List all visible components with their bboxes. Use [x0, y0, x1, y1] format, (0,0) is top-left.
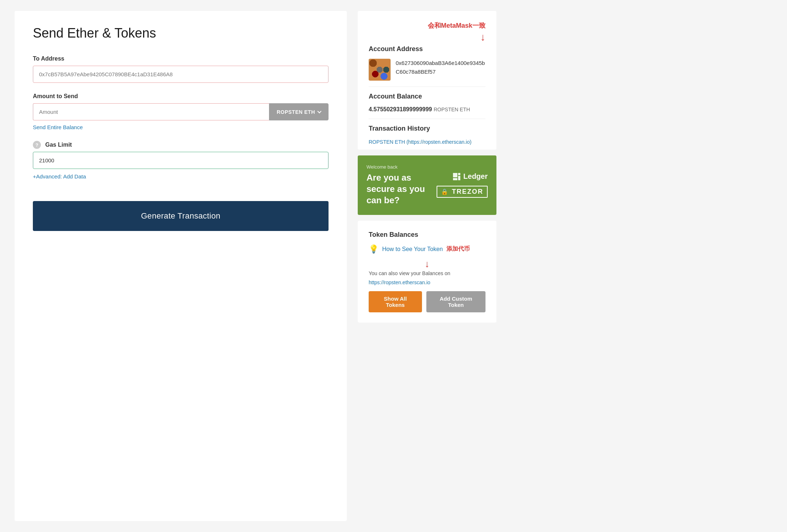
add-custom-token-button[interactable]: Add Custom Token — [426, 291, 485, 312]
to-address-label: To Address — [33, 55, 329, 62]
etherscan-link[interactable]: https://ropsten.etherscan.io — [369, 280, 485, 285]
metamask-annotation: 会和MetaMask一致 — [369, 21, 485, 30]
sidebar: 会和MetaMask一致 ↓ Account Address 0x6273060… — [358, 11, 496, 521]
token-buttons-row: Show All Tokens Add Custom Token — [369, 291, 485, 312]
ledger-label: Ledger — [463, 172, 488, 181]
token-how-to-row: 💡 How to See Your Token 添加代币 — [369, 244, 485, 254]
generate-transaction-button[interactable]: Generate Transaction — [33, 201, 329, 231]
token-how-to-link[interactable]: How to See Your Token — [382, 246, 443, 252]
account-balance-value: 4.575502931899999999 ROPSTEN ETH — [369, 106, 485, 113]
svg-rect-2 — [458, 176, 460, 180]
send-entire-balance-link[interactable]: Send Entire Balance — [33, 124, 83, 130]
divider — [369, 86, 485, 87]
amount-input[interactable] — [33, 103, 269, 120]
svg-rect-1 — [458, 173, 460, 175]
security-left: Welcome back Are you as secure as you ca… — [366, 164, 437, 206]
token-desc: You can also view your Balances on — [369, 270, 485, 277]
to-address-input[interactable] — [33, 66, 329, 83]
avatar — [369, 59, 391, 81]
amount-label: Amount to Send — [33, 93, 329, 100]
tx-history-link[interactable]: ROPSTEN ETH (https://ropsten.etherscan.i… — [369, 139, 472, 145]
balance-unit: ROPSTEN ETH — [434, 107, 470, 112]
show-all-tokens-button[interactable]: Show All Tokens — [369, 291, 422, 312]
security-right: Ledger 🔒 TREZOR — [437, 172, 488, 198]
balance-number: 4.575502931899999999 — [369, 106, 432, 112]
annotation-arrow-icon: ↓ — [369, 32, 485, 42]
account-address-value: 0x627306090abaB3A6e1400e9345bC60c78a8BEf… — [396, 59, 485, 76]
annotation-arrow-down-icon: ↓ — [369, 258, 485, 270]
ledger-svg-icon — [453, 173, 460, 180]
token-dropdown-button[interactable]: ROPSTEN ETH — [269, 103, 329, 120]
to-address-section: To Address — [33, 55, 329, 83]
account-address-row: 0x627306090abaB3A6e1400e9345bC60c78a8BEf… — [369, 59, 485, 81]
chevron-down-icon — [317, 109, 321, 113]
gas-limit-row: ? Gas Limit — [33, 141, 329, 149]
annotation-card: 会和MetaMask一致 ↓ Account Address 0x6273060… — [358, 11, 496, 150]
trezor-label: TREZOR — [452, 188, 483, 196]
ledger-icon — [453, 173, 460, 180]
add-token-annotation: 添加代币 — [446, 245, 470, 253]
bulb-icon: 💡 — [369, 244, 379, 254]
page-title: Send Ether & Tokens — [33, 26, 329, 41]
advanced-link[interactable]: +Advanced: Add Data — [33, 173, 86, 180]
trezor-icon: 🔒 — [441, 188, 449, 195]
token-balances-title: Token Balances — [369, 231, 485, 239]
gas-limit-label: Gas Limit — [45, 142, 72, 148]
token-dropdown-label: ROPSTEN ETH — [277, 109, 315, 115]
gas-limit-input[interactable] — [33, 152, 329, 169]
svg-rect-0 — [453, 173, 457, 177]
tx-history-title: Transaction History — [369, 125, 485, 132]
account-balance-title: Account Balance — [369, 93, 485, 100]
security-banner: Welcome back Are you as secure as you ca… — [358, 155, 496, 215]
security-question-text: Are you as secure as you can be? — [366, 172, 437, 206]
amount-row: ROPSTEN ETH — [33, 103, 329, 120]
trezor-logo: 🔒 TREZOR — [437, 186, 488, 198]
divider-2 — [369, 119, 485, 119]
main-panel: Send Ether & Tokens To Address Amount to… — [15, 11, 347, 521]
help-icon[interactable]: ? — [33, 141, 41, 149]
gas-limit-section: ? Gas Limit +Advanced: Add Data — [33, 141, 329, 180]
ledger-logo: Ledger — [453, 172, 488, 181]
svg-rect-3 — [453, 178, 457, 180]
account-address-title: Account Address — [369, 45, 485, 53]
token-balances-card: Token Balances 💡 How to See Your Token 添… — [358, 221, 496, 323]
welcome-back-text: Welcome back — [366, 164, 437, 170]
amount-section: Amount to Send ROPSTEN ETH Send Entire B… — [33, 93, 329, 131]
